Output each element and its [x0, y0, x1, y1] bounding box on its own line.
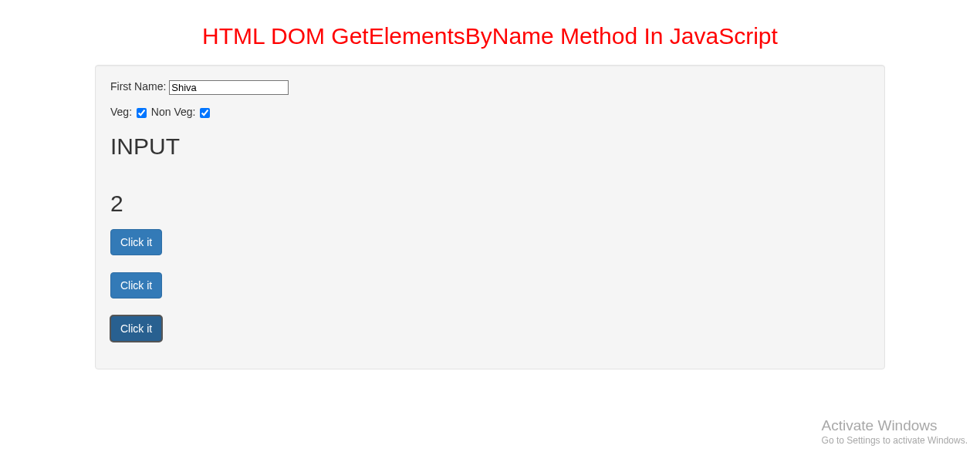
- windows-activation-watermark: Activate Windows Go to Settings to activ…: [822, 417, 968, 446]
- content-panel: First Name: Veg: Non Veg: INPUT 2 Click …: [95, 65, 885, 369]
- click-it-button-3[interactable]: Click it: [110, 315, 162, 342]
- result-node-name: INPUT: [110, 133, 870, 160]
- click-it-button-2[interactable]: Click it: [110, 272, 162, 299]
- watermark-subtitle: Go to Settings to activate Windows.: [822, 435, 968, 446]
- food-type-row: Veg: Non Veg:: [110, 106, 870, 118]
- non-veg-checkbox[interactable]: [200, 108, 210, 118]
- click-it-button-1[interactable]: Click it: [110, 229, 162, 255]
- veg-label: Veg:: [110, 106, 132, 118]
- page-title: HTML DOM GetElementsByName Method In Jav…: [0, 15, 980, 49]
- first-name-input[interactable]: [169, 80, 289, 95]
- first-name-row: First Name:: [110, 80, 870, 95]
- non-veg-label: Non Veg:: [151, 106, 196, 118]
- watermark-title: Activate Windows: [822, 417, 968, 434]
- first-name-label: First Name:: [110, 80, 166, 93]
- result-count: 2: [110, 191, 870, 217]
- veg-checkbox[interactable]: [137, 108, 147, 118]
